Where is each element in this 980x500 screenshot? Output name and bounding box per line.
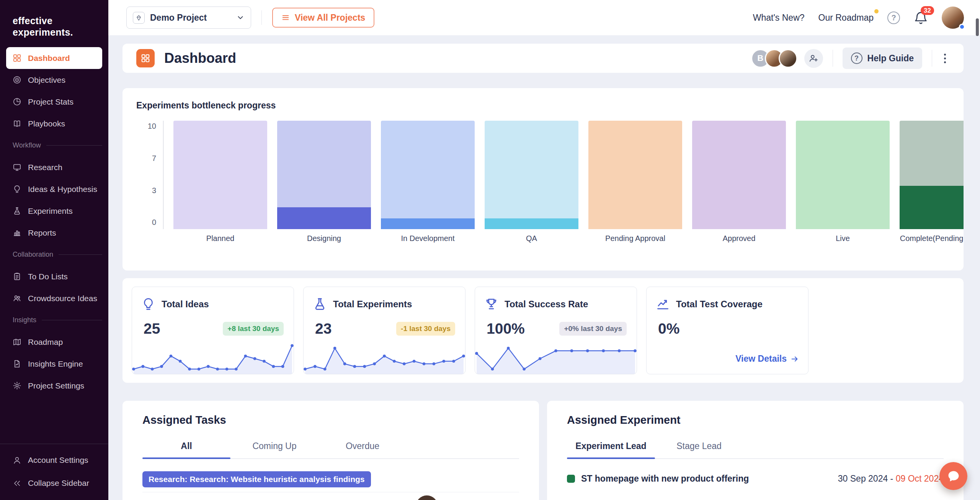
tasks-tab-coming-up[interactable]: Coming Up (230, 436, 318, 458)
stat-value: 0% (658, 320, 679, 337)
sidebar-item-collapse-sidebar[interactable]: Collapse Sidebar (6, 472, 102, 495)
collaborator-avatars: B (751, 49, 797, 68)
bar-value-segment (381, 218, 475, 229)
sidebar-item-account-settings[interactable]: Account Settings (6, 449, 102, 472)
stat-head: Total Success Rate (484, 297, 627, 311)
whats-new-link[interactable]: What's New? (753, 13, 805, 23)
help-guide-label: Help Guide (867, 53, 914, 64)
list-icon (281, 13, 290, 22)
section-label: Insights (13, 316, 36, 324)
experiment-tab-experiment-lead[interactable]: Experiment Lead (567, 436, 655, 458)
tasks-tab-all[interactable]: All (142, 436, 230, 458)
bar-category-label: Pending Approval (605, 234, 665, 243)
gear-icon (13, 381, 21, 390)
bar-planned: Planned (173, 121, 267, 229)
bar-chart-icon (13, 228, 21, 237)
stat-head: Total Test Coverage (656, 297, 799, 311)
sidebar-item-playbooks[interactable]: Playbooks (6, 113, 102, 134)
main-content: Dashboard B ? Help Guide Experiments bot… (108, 35, 980, 500)
sidebar-item-label: Reports (28, 228, 56, 238)
brand-line2: experiments. (13, 27, 101, 38)
bar-track (485, 121, 578, 229)
task-assignee-avatar (416, 495, 438, 500)
our-roadmap-link[interactable]: Our Roadmap (818, 13, 874, 23)
help-guide-button[interactable]: ? Help Guide (843, 48, 922, 69)
stat-title: Total Success Rate (505, 299, 588, 310)
sidebar-item-ideas-hypothesis[interactable]: Ideas & Hypothesis (6, 178, 102, 200)
y-tick-label: 10 (148, 122, 156, 131)
dashboard-icon (136, 49, 155, 67)
flask-icon (313, 297, 327, 311)
sidebar-item-roadmap[interactable]: Roadmap (6, 331, 102, 353)
help-icon[interactable]: ? (887, 11, 900, 24)
book-icon (13, 119, 21, 128)
stat-card-total-experiments: Total Experiments23-1 last 30 days (303, 287, 466, 374)
bar-track (173, 121, 267, 229)
brand-logo[interactable]: effective experiments. (0, 0, 108, 47)
scrollbar-thumb[interactable] (976, 18, 979, 36)
chat-launcher-button[interactable] (939, 462, 967, 490)
add-collaborator-button[interactable] (804, 49, 823, 68)
sidebar-item-insights-engine[interactable]: Insights Engine (6, 353, 102, 375)
grid-icon (13, 54, 21, 62)
section-divider (46, 145, 102, 146)
sidebar-item-label: Roadmap (28, 338, 63, 347)
sidebar-item-crowdsource-ideas[interactable]: Crowdsource Ideas (6, 287, 102, 309)
project-select[interactable]: Demo Project (126, 7, 251, 29)
more-options-button[interactable] (942, 51, 948, 66)
sidebar-item-label: Crowdsource Ideas (28, 294, 97, 303)
collapse-icon (13, 479, 21, 488)
sidebar-item-research[interactable]: Research (6, 156, 102, 178)
pie-chart-icon (13, 97, 21, 106)
sidebar-item-project-settings[interactable]: Project Settings (6, 375, 102, 397)
trophy-icon (484, 297, 498, 311)
sidebar-item-objectives[interactable]: Objectives (6, 69, 102, 91)
sidebar-item-reports[interactable]: Reports (6, 222, 102, 244)
doc-chart-icon (13, 359, 21, 368)
header-actions: B ? Help Guide (751, 48, 948, 69)
bar-complete-pending-review: Complete(Pending Review) (900, 121, 964, 229)
sidebar-item-label: Ideas & Hypothesis (28, 185, 97, 194)
sidebar-item-label: Dashboard (28, 54, 70, 63)
assigned-experiment-panel: Assigned Experiment Experiment LeadStage… (547, 401, 964, 500)
sidebar-item-project-stats[interactable]: Project Stats (6, 91, 102, 113)
assigned-tasks-panel: Assigned Tasks AllComing UpOverdue Resea… (122, 401, 539, 500)
view-all-projects-button[interactable]: View All Projects (272, 8, 374, 28)
stat-card-total-ideas: Total Ideas25+8 last 30 days (132, 287, 294, 374)
stat-value-row: 23-1 last 30 days (313, 320, 456, 337)
user-avatar[interactable] (942, 7, 964, 29)
divider (932, 50, 932, 67)
sidebar-nav: DashboardObjectivesProject StatsPlaybook… (0, 47, 108, 444)
our-roadmap-label: Our Roadmap (818, 13, 874, 23)
project-select-value: Demo Project (150, 13, 231, 23)
sidebar-item-label: Project Settings (28, 381, 84, 390)
bar-live: Live (796, 121, 890, 229)
stat-value-row: 100%+0% last 30 days (484, 320, 627, 337)
bulb-icon (13, 185, 21, 193)
stat-value: 25 (144, 320, 160, 337)
date-end: 09 Oct 2024 (896, 474, 944, 484)
bottleneck-chart-card: Experiments bottleneck progress 10730 Pl… (122, 88, 964, 270)
experiment-tab-stage-lead[interactable]: Stage Lead (655, 436, 743, 458)
task-item-badge[interactable]: Research: Research: Website heuristic an… (142, 471, 371, 487)
view-all-projects-label: View All Projects (295, 13, 365, 23)
divider (261, 10, 262, 25)
flask-icon (13, 207, 21, 215)
question-icon: ? (851, 52, 862, 64)
sidebar-item-to-do-lists[interactable]: To Do Lists (6, 266, 102, 287)
chat-icon (947, 469, 960, 483)
experiment-list-item[interactable]: ST homepage with new product offering 30… (567, 474, 944, 484)
experiment-name: ST homepage with new product offering (581, 474, 749, 484)
view-details-link[interactable]: View Details (735, 354, 799, 364)
avatar-photo[interactable] (779, 49, 797, 68)
notifications-button[interactable]: 32 (914, 11, 928, 25)
stat-change-badge: +8 last 30 days (223, 322, 284, 336)
bar-qa: QA (485, 121, 578, 229)
tasks-tab-overdue[interactable]: Overdue (318, 436, 407, 458)
sidebar-item-experiments[interactable]: Experiments (6, 200, 102, 222)
page-title: Dashboard (164, 50, 236, 66)
sidebar-item-dashboard[interactable]: Dashboard (6, 47, 102, 69)
map-icon (13, 338, 21, 346)
bar-category-label: Planned (206, 234, 234, 243)
y-tick-label: 3 (152, 186, 156, 195)
